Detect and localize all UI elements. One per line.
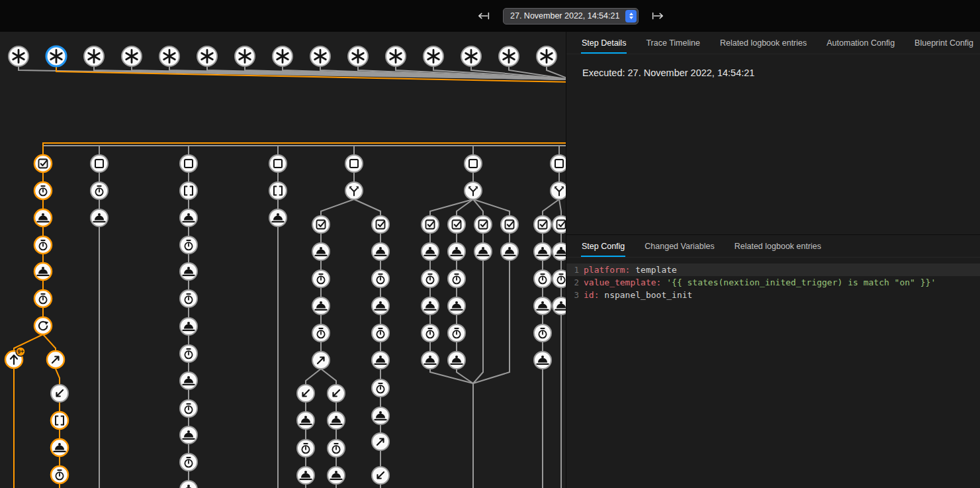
graph-node-timer[interactable] — [328, 440, 345, 457]
graph-node-split[interactable] — [345, 182, 363, 199]
graph-node-timer[interactable] — [34, 236, 52, 254]
graph-node-service[interactable] — [180, 426, 197, 444]
graph-node-service[interactable] — [180, 318, 197, 335]
graph-node-timer[interactable] — [422, 324, 439, 342]
graph-node-timer[interactable] — [448, 270, 465, 287]
graph-node-timer[interactable] — [422, 270, 439, 287]
graph-node-cond[interactable] — [474, 216, 492, 233]
graph-node-cond[interactable] — [553, 216, 566, 233]
graph-node-service[interactable] — [372, 352, 389, 369]
graph-node-service[interactable] — [474, 243, 492, 260]
graph-node-trigger[interactable] — [386, 46, 406, 66]
graph-node-service[interactable] — [534, 352, 551, 369]
graph-node-trigger[interactable] — [159, 46, 179, 66]
graph-node-square[interactable] — [551, 155, 566, 172]
graph-node-repeat[interactable] — [34, 317, 52, 334]
graph-node-trigger[interactable] — [499, 46, 519, 66]
graph-node-timer[interactable] — [180, 454, 197, 471]
graph-node-trigger[interactable] — [46, 46, 66, 66]
graph-node-arrowNE[interactable] — [47, 351, 64, 368]
graph-node-timer[interactable] — [34, 290, 52, 307]
graph-node-timer[interactable] — [180, 400, 197, 417]
tab-blueprint-config[interactable]: Blueprint Config — [914, 32, 974, 54]
graph-node-trigger[interactable] — [9, 46, 28, 66]
graph-node-cond[interactable] — [312, 216, 330, 233]
graph-node-split[interactable] — [551, 182, 566, 199]
graph-node-cond[interactable] — [372, 216, 389, 233]
graph-node-cond[interactable] — [534, 216, 551, 233]
graph-node-timer[interactable] — [372, 270, 389, 287]
graph-node-brackets[interactable] — [180, 182, 197, 199]
graph-node-service[interactable] — [448, 243, 465, 260]
graph-node-arrowSW[interactable] — [372, 467, 389, 484]
graph-node-service[interactable] — [534, 243, 551, 260]
graph-node-square[interactable] — [269, 155, 287, 172]
tab-step-details[interactable]: Step Details — [581, 32, 627, 54]
graph-node-trigger[interactable] — [348, 46, 368, 66]
next-run-button[interactable] — [648, 6, 668, 26]
graph-node-service[interactable] — [297, 467, 314, 484]
graph-node-square[interactable] — [91, 155, 108, 172]
graph-node-service[interactable] — [328, 412, 345, 429]
graph-node-square[interactable] — [180, 155, 197, 172]
graph-node-cond[interactable] — [448, 216, 465, 233]
graph-node-timer[interactable] — [51, 466, 68, 483]
graph-node-service[interactable] — [422, 243, 439, 260]
graph-node-service[interactable] — [180, 372, 197, 389]
graph-node-cond[interactable] — [422, 216, 439, 233]
graph-node-service[interactable] — [297, 412, 314, 429]
graph-node-timer[interactable] — [297, 440, 314, 457]
graph-node-service[interactable] — [34, 209, 52, 226]
graph-node-service[interactable] — [372, 407, 389, 424]
graph-node-timer[interactable] — [180, 345, 197, 362]
graph-node-service[interactable] — [91, 209, 108, 226]
graph-node-service[interactable] — [180, 481, 197, 488]
graph-node-brackets[interactable] — [51, 412, 68, 429]
graph-node-service[interactable] — [269, 209, 287, 226]
graph-node-arrowSW[interactable] — [297, 385, 314, 402]
graph-node-service[interactable] — [534, 297, 551, 315]
graph-node-square[interactable] — [345, 155, 363, 172]
graph-node-cond[interactable] — [501, 216, 518, 233]
graph-node-timer[interactable] — [534, 324, 551, 342]
graph-node-service[interactable] — [51, 439, 68, 456]
trace-graph-svg[interactable]: 9+ — [0, 32, 566, 488]
tab-changed-variables[interactable]: Changed Variables — [644, 235, 715, 257]
graph-node-square[interactable] — [465, 155, 482, 172]
graph-node-timer[interactable] — [534, 270, 551, 287]
graph-node-service[interactable] — [34, 263, 52, 280]
graph-node-trigger[interactable] — [537, 46, 557, 66]
tab-automation-config[interactable]: Automation Config — [826, 32, 895, 54]
graph-node-arrowUp[interactable]: 9+ — [5, 347, 25, 368]
graph-node-timer[interactable] — [312, 324, 330, 342]
graph-node-trigger[interactable] — [310, 46, 330, 66]
graph-node-split[interactable] — [465, 182, 482, 199]
graph-node-trigger[interactable] — [122, 46, 142, 66]
tab-trace-timeline[interactable]: Trace Timeline — [645, 32, 701, 54]
graph-node-service[interactable] — [180, 209, 197, 226]
graph-node-service[interactable] — [372, 297, 389, 315]
trace-graph-area[interactable]: 9+ — [0, 32, 566, 488]
previous-run-button[interactable] — [474, 6, 494, 26]
graph-node-timer[interactable] — [180, 290, 197, 307]
graph-node-timer[interactable] — [91, 182, 108, 199]
tab-step-config[interactable]: Step Config — [581, 235, 625, 257]
graph-node-service[interactable] — [553, 243, 566, 260]
graph-node-service[interactable] — [553, 297, 566, 315]
graph-node-service[interactable] — [448, 297, 465, 315]
graph-node-arrowSW[interactable] — [51, 385, 68, 402]
graph-node-service[interactable] — [372, 243, 389, 260]
graph-node-trigger[interactable] — [197, 46, 217, 66]
tab-related-logbook-entries[interactable]: Related logbook entries — [734, 235, 822, 257]
graph-node-brackets[interactable] — [269, 182, 287, 199]
graph-node-trigger[interactable] — [235, 46, 255, 66]
graph-node-arrowSW[interactable] — [328, 385, 345, 402]
graph-node-timer[interactable] — [180, 236, 197, 254]
graph-node-service[interactable] — [328, 467, 345, 484]
graph-node-service[interactable] — [180, 263, 197, 280]
graph-node-service[interactable] — [312, 297, 330, 315]
graph-node-timer[interactable] — [34, 182, 52, 199]
graph-node-trigger[interactable] — [84, 46, 104, 66]
graph-node-arrowNE[interactable] — [312, 352, 330, 369]
graph-node-service[interactable] — [448, 352, 465, 369]
